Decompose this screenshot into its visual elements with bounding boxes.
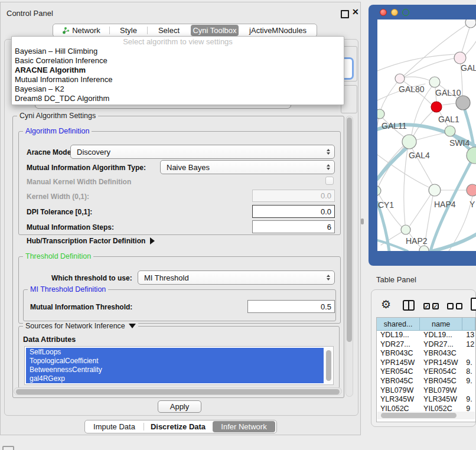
tab-impute-data[interactable]: Impute Data <box>85 420 144 433</box>
table-row[interactable]: YPR145W YPR145W 9. <box>377 358 475 368</box>
cell[interactable]: 9. <box>462 377 475 386</box>
checkbox-unchecked-icon[interactable] <box>456 303 462 309</box>
hub-factor-definition-toggle[interactable]: Hub/Transcription Factor Definition <box>27 237 155 245</box>
algorithm-option-selected[interactable]: ARACNE Algorithm <box>12 66 344 75</box>
gear-icon[interactable]: ⚙ <box>381 299 391 310</box>
dpi-tolerance-field[interactable]: 0.0 <box>252 205 335 218</box>
cell[interactable]: YLR345W <box>377 395 420 405</box>
network-node[interactable] <box>429 184 441 196</box>
algorithm-option[interactable]: Bayesian – Hill Climbing <box>12 47 344 56</box>
cell[interactable]: YPR145W <box>420 358 462 368</box>
cell[interactable]: YDL19... <box>420 331 462 340</box>
network-node[interactable] <box>467 184 476 196</box>
mi-threshold-field[interactable]: 0.5 <box>247 300 335 313</box>
network-node[interactable] <box>377 109 384 119</box>
cell[interactable]: YER054C <box>377 367 420 377</box>
column-header-name[interactable]: name <box>420 318 462 331</box>
cell[interactable]: YBR045C <box>377 377 420 386</box>
cell[interactable]: 9. <box>462 358 475 368</box>
table-row[interactable]: YLR345W YLR345W 9. <box>377 395 475 405</box>
network-node[interactable] <box>401 225 410 234</box>
algorithm-option[interactable]: Basic Correlation Inference <box>12 56 344 66</box>
column-header-shared-name[interactable]: shared... <box>377 318 420 331</box>
window-zoom-button[interactable] <box>402 9 409 16</box>
table-horizontal-scrollbar[interactable] <box>377 412 475 419</box>
table-row[interactable]: YDL19... YDL19... 13 <box>377 331 475 340</box>
tab-cyni-toolbox[interactable]: Cyni Toolbox <box>191 25 239 36</box>
settings-horizontal-scrollbar[interactable] <box>14 387 342 395</box>
table-row[interactable]: YBR045C YBR045C 9. <box>377 377 475 386</box>
checkbox-checked-icon[interactable]: ✓ <box>432 303 439 309</box>
table-row[interactable]: YDR27... YDR27... 12 <box>377 340 475 350</box>
aracne-mode-select[interactable]: Discovery <box>70 145 335 159</box>
algorithm-popup-placeholder: Select algorithm to view settings <box>12 37 344 47</box>
cell[interactable]: YDL19... <box>377 331 420 340</box>
network-node[interactable] <box>454 52 466 64</box>
table-row[interactable]: YER054C YER054C 8. <box>377 367 475 377</box>
algorithm-option[interactable]: Bayesian – K2 <box>12 84 344 94</box>
table-row[interactable]: YBL079W YBL079W <box>377 386 475 396</box>
algorithm-option[interactable]: Dream8 DC_TDC Algorithm <box>12 94 344 103</box>
network-node[interactable] <box>465 19 476 28</box>
column-header-partial[interactable] <box>462 318 475 331</box>
cell[interactable]: YDR27... <box>420 340 462 350</box>
panel-splitter-grip[interactable] <box>361 219 364 224</box>
table-row[interactable]: YBR043C YBR043C <box>377 349 475 358</box>
cell[interactable]: YBR043C <box>420 349 462 358</box>
cell[interactable]: 9. <box>462 395 475 405</box>
cell[interactable]: YPR145W <box>377 358 420 368</box>
page-icon[interactable] <box>471 298 476 311</box>
network-node[interactable] <box>456 96 470 110</box>
tab-network[interactable]: Network <box>53 24 109 37</box>
close-icon[interactable]: ✕ <box>352 7 359 17</box>
network-node[interactable] <box>429 77 440 87</box>
settings-horizontal-scrollbar-thumb[interactable] <box>16 389 340 394</box>
cell[interactable]: 8. <box>462 367 475 377</box>
network-node[interactable] <box>431 102 442 112</box>
checkbox-unchecked-icon[interactable] <box>447 303 454 309</box>
network-canvas[interactable]: GALGAL80GAL10GAL1GAL11SWI4GAL4GCY1HAP4YH… <box>377 19 476 251</box>
float-window-icon[interactable] <box>341 10 349 18</box>
cell[interactable]: YLR345W <box>420 395 462 405</box>
attributes-scrollbar-thumb[interactable] <box>326 350 331 381</box>
window-close-button[interactable] <box>380 9 387 16</box>
tab-select[interactable]: Select <box>148 24 190 37</box>
cell[interactable]: 13 <box>462 331 475 340</box>
attribute-item-selected[interactable]: BetweennessCentrality <box>26 366 324 374</box>
checkbox-checked-icon[interactable]: ✓ <box>423 303 430 309</box>
attributes-scrollbar[interactable] <box>325 348 332 384</box>
cell[interactable]: YDR27... <box>377 340 420 350</box>
cell[interactable] <box>462 386 475 396</box>
network-node[interactable] <box>445 126 455 136</box>
cell[interactable] <box>462 349 475 358</box>
cell[interactable]: YBR043C <box>377 349 420 358</box>
algorithm-option[interactable]: Mutual Information Inference <box>12 75 344 84</box>
sources-group-toggle[interactable]: Sources for Network Inference <box>23 322 138 330</box>
network-node[interactable] <box>377 186 381 195</box>
cell[interactable]: YBL079W <box>377 386 420 396</box>
mi-algorithm-type-select[interactable]: Naive Bayes <box>160 160 335 174</box>
tab-discretize-data[interactable]: Discretize Data <box>144 420 212 433</box>
apply-button[interactable]: Apply <box>158 400 201 413</box>
columns-icon[interactable] <box>403 300 415 311</box>
partial-bottom-button[interactable] <box>2 446 14 450</box>
which-threshold-select[interactable]: MI Threshold <box>138 270 335 285</box>
cell[interactable]: YBR045C <box>420 377 462 386</box>
tab-jactivemnodules[interactable]: jActiveMNodules <box>239 24 317 37</box>
network-node[interactable] <box>395 74 405 83</box>
mi-steps-field[interactable]: 6 <box>252 220 335 233</box>
cell[interactable]: 12 <box>462 340 475 350</box>
attribute-item-selected[interactable]: SelfLoops <box>26 348 324 357</box>
settings-vertical-scrollbar[interactable] <box>345 116 353 397</box>
window-minimize-button[interactable] <box>391 9 398 16</box>
network-node[interactable] <box>419 246 429 251</box>
tab-style[interactable]: Style <box>110 24 147 37</box>
attribute-item-selected[interactable]: gal4RGexp <box>26 374 324 383</box>
table-horizontal-scrollbar-thumb[interactable] <box>381 413 457 418</box>
cell[interactable]: YBL079W <box>420 386 462 396</box>
attribute-item-selected[interactable]: TopologicalCoefficient <box>26 357 324 366</box>
settings-vertical-scrollbar-thumb[interactable] <box>347 118 352 342</box>
network-node[interactable] <box>402 135 416 149</box>
cell[interactable]: YER054C <box>420 367 462 377</box>
tab-infer-network[interactable]: Infer Network <box>213 421 275 432</box>
